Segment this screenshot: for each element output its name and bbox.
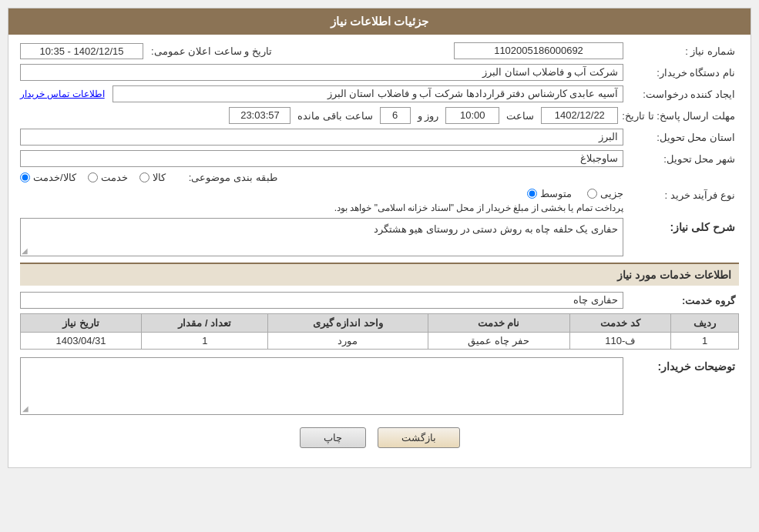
buyer-notes-area: ◢ bbox=[20, 357, 623, 415]
category-label: طبقه بندی موضوعی: bbox=[173, 172, 281, 183]
process-label: نوع فرآیند خرید : bbox=[631, 188, 739, 201]
col-date: تاریخ نیاز bbox=[21, 314, 142, 333]
category-both-radio[interactable] bbox=[20, 172, 30, 182]
creator-value: آسیه عابدی کارشناس دفتر قراردادها شرکت آ… bbox=[113, 85, 623, 102]
category-khedmat-label: خدمت bbox=[101, 172, 128, 183]
deadline-days-label: روز و bbox=[415, 110, 442, 122]
table-cell-unit: مورد bbox=[268, 333, 428, 350]
col-name: نام خدمت bbox=[428, 314, 569, 333]
category-kala-option[interactable]: کالا bbox=[139, 172, 166, 183]
process-jazii-label: جزیی bbox=[600, 188, 623, 199]
buyer-name-value: شرکت آب و فاضلاب استان البرز bbox=[20, 64, 623, 81]
need-number-label: شماره نیاز : bbox=[631, 45, 739, 57]
col-qty: تعداد / مقدار bbox=[142, 314, 268, 333]
creator-label: ایجاد کننده درخواست: bbox=[631, 89, 739, 100]
province-value: البرز bbox=[20, 129, 623, 146]
service-group-label: گروه خدمت: bbox=[631, 295, 739, 306]
category-khedmat-option[interactable]: خدمت bbox=[88, 172, 128, 183]
announce-date-value: 1402/12/15 - 10:35 bbox=[20, 43, 143, 59]
resize-icon: ◢ bbox=[22, 246, 28, 255]
buyer-notes-input[interactable] bbox=[25, 362, 619, 408]
deadline-date-value: 1402/12/22 bbox=[541, 107, 618, 124]
notes-resize-icon: ◢ bbox=[22, 404, 29, 413]
category-khedmat-radio[interactable] bbox=[88, 172, 98, 182]
table-cell-row_num: 1 bbox=[670, 333, 738, 350]
description-value: حفاری یک حلفه چاه به روش دستی در روستای … bbox=[20, 218, 623, 256]
description-label: شرح کلی نیاز: bbox=[631, 218, 739, 233]
deadline-label: مهلت ارسال پاسخ: تا تاریخ: bbox=[622, 110, 739, 122]
col-unit: واحد اندازه گیری bbox=[268, 314, 428, 333]
need-number-value: 1102005186000692 bbox=[454, 42, 623, 59]
province-label: استان محل تحویل: bbox=[631, 132, 739, 143]
services-table: ردیف کد خدمت نام خدمت واحد اندازه گیری ت… bbox=[20, 313, 739, 350]
category-kala-label: کالا bbox=[153, 172, 166, 183]
process-motavasset-label: متوسط bbox=[540, 188, 572, 199]
col-rownum: ردیف bbox=[670, 314, 738, 333]
process-jazii-radio[interactable] bbox=[587, 189, 597, 199]
process-jazii-option[interactable]: جزیی bbox=[587, 188, 623, 199]
back-button[interactable]: بازگشت bbox=[378, 427, 460, 448]
table-cell-service_name: حفر چاه عمیق bbox=[428, 333, 569, 350]
page-header: جزئیات اطلاعات نیاز bbox=[8, 8, 751, 35]
contact-info-link[interactable]: اطلاعات تماس خریدار bbox=[20, 89, 105, 99]
process-motavasset-option[interactable]: متوسط bbox=[527, 188, 572, 199]
buyer-name-label: نام دستگاه خریدار: bbox=[631, 67, 739, 79]
buttons-row: بازگشت چاپ bbox=[20, 420, 739, 460]
table-cell-date: 1403/04/31 bbox=[21, 333, 142, 350]
deadline-remaining-label: ساعت باقی مانده bbox=[294, 110, 375, 122]
process-motavasset-radio[interactable] bbox=[527, 189, 537, 199]
category-kala-radio[interactable] bbox=[139, 172, 149, 182]
services-section-header: اطلاعات خدمات مورد نیاز bbox=[20, 263, 739, 286]
category-both-label: کالا/خدمت bbox=[33, 172, 76, 183]
deadline-days-value: 6 bbox=[380, 107, 411, 124]
announce-label: تاریخ و ساعت اعلان عمومی: bbox=[151, 45, 276, 57]
deadline-time-label: ساعت bbox=[503, 110, 537, 122]
process-note: پرداخت تمام یا بخشی از مبلغ خریدار از مح… bbox=[334, 202, 623, 213]
col-code: کد خدمت bbox=[569, 314, 670, 333]
service-group-value: حفاری چاه bbox=[20, 292, 623, 309]
buyer-notes-label: توضیحات خریدار: bbox=[631, 357, 739, 373]
deadline-remaining-value: 23:03:57 bbox=[229, 107, 291, 124]
city-label: شهر محل تحویل: bbox=[631, 153, 739, 165]
table-row: 1ف-110حفر چاه عمیقمورد11403/04/31 bbox=[21, 333, 739, 350]
page-title: جزئیات اطلاعات نیاز bbox=[331, 15, 428, 28]
city-value: ساوجبلاغ bbox=[20, 150, 623, 167]
table-cell-quantity: 1 bbox=[142, 333, 268, 350]
deadline-time-value: 10:00 bbox=[445, 107, 499, 124]
table-cell-service_code: ف-110 bbox=[569, 333, 670, 350]
print-button[interactable]: چاپ bbox=[300, 427, 366, 448]
category-both-option[interactable]: کالا/خدمت bbox=[20, 172, 76, 183]
